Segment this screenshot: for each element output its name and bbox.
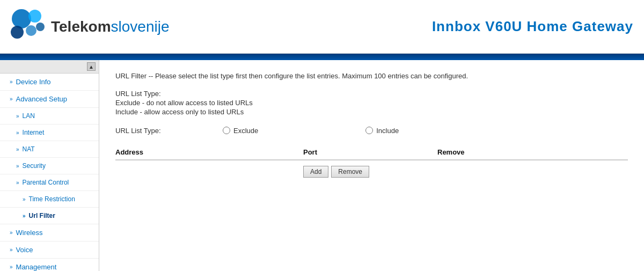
sidebar-item-parental-control[interactable]: » Parental Control <box>0 174 99 191</box>
svg-point-1 <box>28 10 41 23</box>
arrow-icon: » <box>10 264 13 270</box>
svg-point-2 <box>11 26 24 39</box>
arrow-icon: » <box>10 230 13 236</box>
sidebar-item-advanced-setup[interactable]: » Advanced Setup <box>0 91 99 108</box>
arrow-icon: » <box>16 130 19 136</box>
arrow-icon: » <box>10 79 13 85</box>
sidebar-item-label: Internet <box>23 129 45 136</box>
main-layout: ▲ » Device Info » Advanced Setup » LAN »… <box>0 60 644 271</box>
col-remove-header: Remove <box>437 148 545 156</box>
scroll-up-area[interactable]: ▲ <box>0 60 99 74</box>
sidebar-item-label: Security <box>23 162 46 170</box>
arrow-icon: » <box>16 113 19 119</box>
exclude-radio[interactable] <box>223 127 230 134</box>
sidebar-item-label: Parental Control <box>23 179 69 186</box>
sidebar-item-label: Time Restriction <box>29 195 75 203</box>
svg-point-0 <box>12 9 31 28</box>
table-header: Address Port Remove <box>115 148 628 160</box>
arrow-icon: » <box>23 213 26 219</box>
content-area: URL Filter -- Please select the list typ… <box>99 60 644 271</box>
logo-slovenije: slovenije <box>111 18 170 35</box>
col-port-header: Port <box>303 148 437 156</box>
sidebar-item-wireless[interactable]: » Wireless <box>0 224 99 241</box>
sidebar-item-nat[interactable]: » NAT <box>0 141 99 158</box>
page-description: URL Filter -- Please select the list typ… <box>115 71 628 82</box>
add-button[interactable]: Add <box>303 166 328 178</box>
sidebar-item-voice[interactable]: » Voice <box>0 241 99 259</box>
sidebar-item-label: Voice <box>16 246 33 254</box>
list-type-include-desc: Include - allow access only to listed UR… <box>115 108 628 116</box>
remove-button[interactable]: Remove <box>331 166 369 178</box>
sidebar-item-device-info[interactable]: » Device Info <box>0 74 99 91</box>
page-header: Telekomslovenije Innbox V60U Home Gatewa… <box>0 0 644 54</box>
include-radio-option[interactable]: Include <box>365 127 399 135</box>
arrow-icon: » <box>10 96 13 102</box>
arrow-icon: » <box>10 247 13 253</box>
logo-area: Telekomslovenije <box>11 8 169 46</box>
include-radio[interactable] <box>365 127 373 134</box>
sidebar-item-security[interactable]: » Security <box>0 158 99 174</box>
col-address-header: Address <box>115 148 303 156</box>
sidebar-item-internet[interactable]: » Internet <box>0 124 99 141</box>
arrow-icon: » <box>16 180 19 186</box>
svg-point-3 <box>26 25 36 36</box>
arrow-icon: » <box>16 147 19 152</box>
exclude-label[interactable]: Exclude <box>233 127 258 135</box>
logo-icon <box>11 8 46 46</box>
sidebar-item-time-restriction[interactable]: » Time Restriction <box>0 191 99 208</box>
sidebar-item-label: Advanced Setup <box>16 95 67 103</box>
url-list-type-row: URL List Type: Exclude Include <box>115 127 628 135</box>
list-type-info: URL List Type: Exclude - do not allow ac… <box>115 90 628 116</box>
include-label[interactable]: Include <box>376 127 399 135</box>
sidebar-item-management[interactable]: » Management <box>0 259 99 271</box>
sidebar-item-label: Management <box>16 263 57 271</box>
sidebar: ▲ » Device Info » Advanced Setup » LAN »… <box>0 60 99 271</box>
arrow-icon: » <box>16 163 19 169</box>
sidebar-item-url-filter[interactable]: » Url Filter <box>0 208 99 224</box>
blue-bar <box>0 54 644 60</box>
sidebar-item-label: Url Filter <box>29 212 55 219</box>
list-type-exclude-desc: Exclude - do not allow access to listed … <box>115 99 628 107</box>
sidebar-item-label: Device Info <box>16 78 51 86</box>
buttons-row: Add Remove <box>115 166 628 178</box>
sidebar-item-lan[interactable]: » LAN <box>0 108 99 124</box>
list-type-heading: URL List Type: <box>115 90 628 98</box>
logo-text: Telekomslovenije <box>51 18 169 35</box>
exclude-radio-option[interactable]: Exclude <box>223 127 258 135</box>
scroll-up-button[interactable]: ▲ <box>87 62 96 71</box>
svg-point-4 <box>36 23 45 31</box>
header-title: Innbox V60U Home Gateway <box>432 18 633 35</box>
url-list-type-label: URL List Type: <box>115 127 223 135</box>
arrow-icon: » <box>23 196 26 202</box>
logo-telekom: Telekom <box>51 18 111 35</box>
sidebar-item-label: NAT <box>23 145 35 153</box>
sidebar-item-label: LAN <box>23 112 35 120</box>
sidebar-item-label: Wireless <box>16 229 43 237</box>
